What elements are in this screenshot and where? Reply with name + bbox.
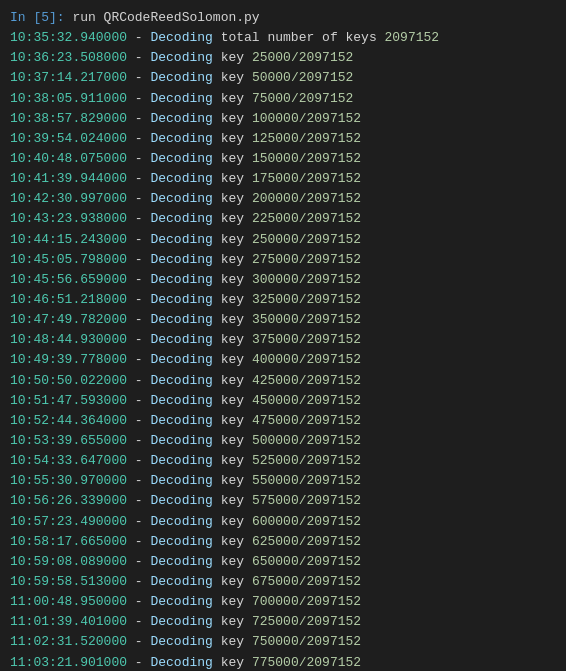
prompt-line: In [5]: run QRCodeReedSolomon.py	[10, 8, 556, 28]
log-line: 10:55:30.970000 - Decoding key 550000/20…	[10, 471, 556, 491]
terminal-output: In [5]: run QRCodeReedSolomon.py 10:35:3…	[10, 8, 556, 671]
log-line: 10:59:58.513000 - Decoding key 675000/20…	[10, 572, 556, 592]
log-line: 10:45:05.798000 - Decoding key 275000/20…	[10, 250, 556, 270]
log-line: 10:37:14.217000 - Decoding key 50000/209…	[10, 68, 556, 88]
log-line: 11:02:31.520000 - Decoding key 750000/20…	[10, 632, 556, 652]
log-line: 11:03:21.901000 - Decoding key 775000/20…	[10, 653, 556, 672]
log-line: 10:40:48.075000 - Decoding key 150000/20…	[10, 149, 556, 169]
log-line: 11:00:48.950000 - Decoding key 700000/20…	[10, 592, 556, 612]
log-line: 10:45:56.659000 - Decoding key 300000/20…	[10, 270, 556, 290]
log-line: 10:58:17.665000 - Decoding key 625000/20…	[10, 532, 556, 552]
output-lines: 10:35:32.940000 - Decoding total number …	[10, 28, 556, 671]
log-line: 10:38:05.911000 - Decoding key 75000/209…	[10, 89, 556, 109]
log-line: 10:48:44.930000 - Decoding key 375000/20…	[10, 330, 556, 350]
log-line: 11:01:39.401000 - Decoding key 725000/20…	[10, 612, 556, 632]
log-line: 10:56:26.339000 - Decoding key 575000/20…	[10, 491, 556, 511]
log-line: 10:53:39.655000 - Decoding key 500000/20…	[10, 431, 556, 451]
log-line: 10:36:23.508000 - Decoding key 25000/209…	[10, 48, 556, 68]
log-line: 10:39:54.024000 - Decoding key 125000/20…	[10, 129, 556, 149]
log-line: 10:43:23.938000 - Decoding key 225000/20…	[10, 209, 556, 229]
log-line: 10:54:33.647000 - Decoding key 525000/20…	[10, 451, 556, 471]
log-line: 10:52:44.364000 - Decoding key 475000/20…	[10, 411, 556, 431]
log-line: 10:49:39.778000 - Decoding key 400000/20…	[10, 350, 556, 370]
log-line: 10:44:15.243000 - Decoding key 250000/20…	[10, 230, 556, 250]
log-line: 10:46:51.218000 - Decoding key 325000/20…	[10, 290, 556, 310]
log-line: 10:42:30.997000 - Decoding key 200000/20…	[10, 189, 556, 209]
log-line: 10:59:08.089000 - Decoding key 650000/20…	[10, 552, 556, 572]
log-line: 10:51:47.593000 - Decoding key 450000/20…	[10, 391, 556, 411]
log-line: 10:50:50.022000 - Decoding key 425000/20…	[10, 371, 556, 391]
log-line: 10:57:23.490000 - Decoding key 600000/20…	[10, 512, 556, 532]
log-line: 10:41:39.944000 - Decoding key 175000/20…	[10, 169, 556, 189]
log-line: 10:35:32.940000 - Decoding total number …	[10, 28, 556, 48]
log-line: 10:47:49.782000 - Decoding key 350000/20…	[10, 310, 556, 330]
log-line: 10:38:57.829000 - Decoding key 100000/20…	[10, 109, 556, 129]
